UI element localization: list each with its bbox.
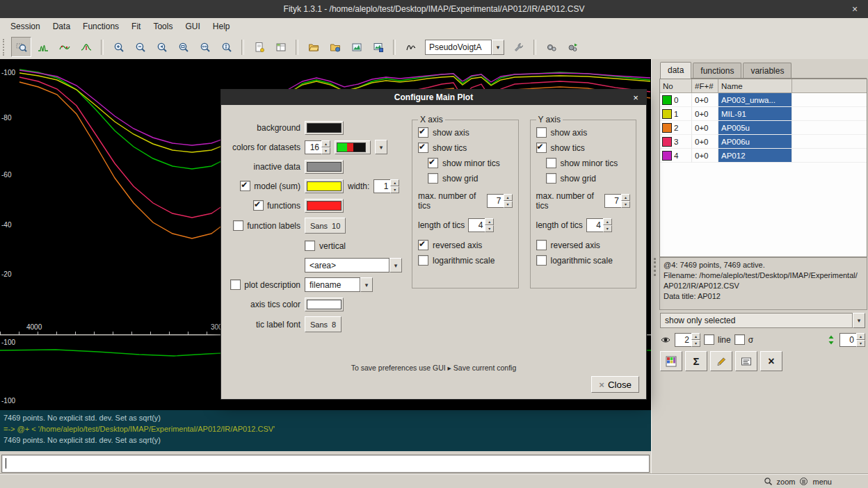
execute-script-button[interactable] [325, 37, 345, 57]
column-header-f[interactable]: #F+# [692, 79, 718, 93]
x-show-axis-checkbox[interactable] [418, 127, 428, 138]
stepper-up-icon[interactable] [485, 218, 494, 225]
chevron-down-icon[interactable] [375, 140, 387, 154]
data-table-button[interactable] [660, 351, 682, 371]
dataset-name[interactable]: AP005u [718, 121, 792, 135]
menu-gui[interactable]: GUI [179, 19, 206, 33]
axis-tics-color-button[interactable] [305, 298, 344, 311]
y-show-grid-checkbox[interactable] [546, 173, 556, 184]
background-color-button[interactable] [305, 121, 344, 135]
point-size-stepper[interactable]: 2 [675, 333, 700, 347]
mode-add-peak-button[interactable] [33, 37, 53, 57]
zoom-status-label[interactable]: zoom [777, 478, 796, 486]
stepper-up-icon[interactable] [621, 194, 630, 201]
delete-dataset-button[interactable]: × [760, 351, 782, 371]
table-row[interactable]: 3 0+0 AP006u [660, 135, 867, 149]
dataset-name[interactable]: MIL-91 [718, 107, 792, 121]
tic-label-font-button[interactable]: Sans8 [305, 316, 341, 332]
vertical-checkbox[interactable] [305, 241, 315, 251]
menu-help[interactable]: Help [207, 19, 236, 33]
table-row[interactable]: 4 0+0 AP012 [660, 149, 867, 163]
function-labels-font-button[interactable]: Sans10 [305, 218, 346, 234]
mode-zoom-button[interactable] [11, 37, 31, 57]
stepper-down-icon[interactable] [390, 186, 399, 193]
functions-checkbox[interactable] [253, 200, 264, 211]
plot-description-select[interactable]: filename [305, 277, 373, 292]
functions-color-button[interactable] [305, 199, 344, 213]
y-max-tics-stepper[interactable]: 7 [604, 194, 630, 208]
stepper-down-icon[interactable] [504, 201, 513, 208]
open-data-button[interactable] [303, 37, 323, 57]
chevron-down-icon[interactable] [853, 313, 865, 328]
mode-baseline-button[interactable] [76, 37, 96, 57]
column-header-name[interactable]: Name [718, 79, 792, 93]
load-image-button[interactable] [346, 37, 367, 57]
y-show-tics-checkbox[interactable] [536, 143, 547, 153]
line-checkbox[interactable] [704, 334, 714, 345]
transform-data-button[interactable] [735, 351, 757, 371]
tab-data[interactable]: data [660, 62, 691, 79]
stepper-up-icon[interactable] [691, 333, 700, 340]
function-labels-checkbox[interactable] [233, 220, 243, 231]
x-max-tics-stepper[interactable]: 7 [487, 194, 513, 208]
model-width-stepper[interactable]: 1 [373, 179, 399, 193]
model-sum-checkbox[interactable] [240, 181, 250, 191]
shift-stepper[interactable]: 0 [839, 333, 865, 347]
stepper-down-icon[interactable] [856, 340, 865, 347]
menu-status-label[interactable]: menu [812, 478, 832, 486]
plot-description-checkbox[interactable] [230, 279, 241, 290]
x-tics-length-stepper[interactable]: 4 [468, 218, 494, 232]
stepper-down-icon[interactable] [621, 201, 630, 208]
x-reversed-axis-checkbox[interactable] [418, 240, 428, 250]
stepper-up-icon[interactable] [603, 218, 612, 225]
output-console[interactable]: 7469 points. No explicit std. dev. Set a… [0, 410, 651, 451]
column-header-no[interactable]: No [660, 79, 692, 93]
sigma-checkbox[interactable] [734, 334, 745, 345]
x-show-tics-checkbox[interactable] [418, 143, 428, 153]
stepper-up-icon[interactable] [856, 333, 865, 340]
data-table-button[interactable] [271, 37, 291, 57]
menu-session[interactable]: Session [4, 19, 47, 33]
model-color-button[interactable] [305, 179, 344, 193]
dataset-colors-button[interactable] [335, 140, 371, 154]
menu-data[interactable]: Data [47, 19, 77, 33]
y-reversed-axis-checkbox[interactable] [536, 240, 547, 250]
chevron-down-icon[interactable] [492, 40, 504, 55]
chevron-down-icon[interactable] [360, 277, 373, 292]
zoom-vertical-button[interactable] [216, 37, 236, 57]
close-button[interactable]: × Close [591, 376, 639, 393]
zoom-horizontal-button[interactable] [195, 37, 215, 57]
fit-run-button[interactable] [541, 37, 561, 57]
sum-button[interactable]: Σ [685, 351, 707, 371]
stepper-up-icon[interactable] [390, 179, 399, 186]
zoom-in-button[interactable] [108, 37, 129, 57]
table-row[interactable]: 2 0+0 AP005u [660, 121, 867, 135]
zoom-out-button[interactable] [130, 37, 150, 57]
y-log-scale-checkbox[interactable] [536, 255, 547, 266]
draw-function-button[interactable] [401, 37, 421, 57]
window-close-button[interactable]: × [849, 3, 861, 15]
menu-fit[interactable]: Fit [125, 19, 147, 33]
tab-variables[interactable]: variables [743, 63, 791, 78]
stepper-down-icon[interactable] [485, 225, 494, 232]
save-image-button[interactable] [368, 37, 388, 57]
x-show-grid-checkbox[interactable] [428, 173, 438, 184]
mode-activate-data-button[interactable] [54, 37, 74, 57]
new-session-button[interactable] [249, 37, 269, 57]
dialog-close-button[interactable]: × [630, 92, 641, 103]
filter-select[interactable]: show only selected [660, 313, 865, 328]
menu-tools[interactable]: Tools [147, 19, 179, 33]
dataset-name[interactable]: AP003_unwa... [718, 93, 792, 107]
table-row[interactable]: 0 0+0 AP003_unwa... [660, 93, 867, 107]
label-content-select[interactable]: <area> [305, 258, 402, 273]
dataset-name[interactable]: AP006u [718, 135, 792, 149]
dataset-name[interactable]: AP012 [718, 149, 792, 163]
tab-functions[interactable]: functions [693, 63, 741, 78]
function-type-select[interactable]: PseudoVoigtA [425, 40, 504, 55]
stepper-down-icon[interactable] [603, 225, 612, 232]
y-show-minor-tics-checkbox[interactable] [546, 158, 556, 168]
stepper-down-icon[interactable] [321, 147, 330, 154]
x-log-scale-checkbox[interactable] [418, 255, 428, 266]
table-row[interactable]: 1 0+0 MIL-91 [660, 107, 867, 121]
colors-count-stepper[interactable]: 16 [305, 140, 330, 154]
